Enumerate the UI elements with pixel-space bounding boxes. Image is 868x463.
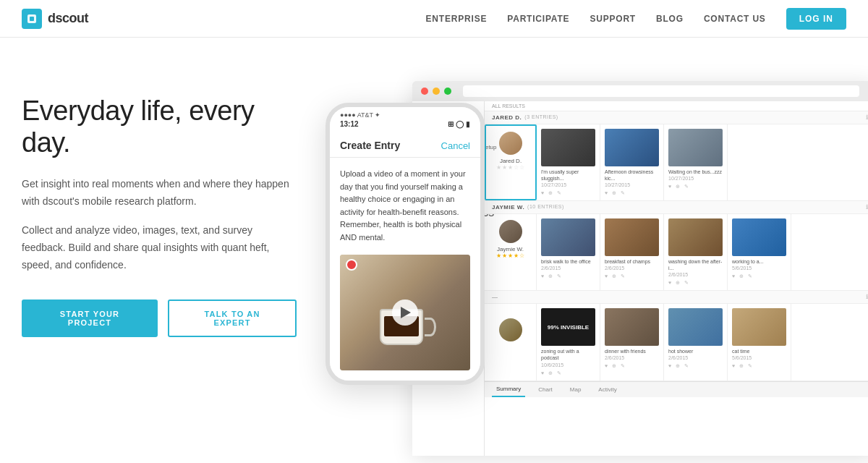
info-icon-3[interactable]: ℹ: [866, 294, 869, 300]
nav-enterprise[interactable]: ENTERPRISE: [426, 14, 488, 24]
close-dot[interactable]: [421, 88, 428, 95]
entry-date-3-3: 2/6/2015: [668, 355, 723, 360]
profile-card-2[interactable]: Jaymie W. ★★★★☆: [485, 214, 537, 290]
hero-headline: Everyday life, every day.: [22, 95, 297, 158]
entry-date-2-1: 2/6/2015: [541, 266, 595, 271]
phone-cancel-button[interactable]: Cancel: [441, 140, 470, 151]
person-header-2: Jaymie W.(10 ENTRIES)ℹ: [485, 201, 868, 214]
record-button[interactable]: [346, 259, 357, 271]
entry-actions-1-3: ♥⊕✎: [668, 184, 723, 190]
person-stars-2: ★★★★☆: [496, 252, 525, 259]
entries-grid: ALL RESULTS Jared D.(3 ENTRIES)ℹ Jared D…: [485, 101, 868, 456]
entry-3-4[interactable]: cat time 5/6/2015 ♥⊕✎: [728, 304, 791, 380]
phone-video[interactable]: [340, 255, 470, 370]
url-bar[interactable]: [463, 85, 859, 97]
svg-rect-1: [30, 17, 34, 21]
talk-expert-button[interactable]: TALK TO AN EXPERT: [168, 300, 297, 337]
person-section-1: Jared D.(3 ENTRIES)ℹ Jared D. ★★★☆☆: [485, 111, 868, 201]
hero-section: Everyday life, every day. Get insight in…: [0, 38, 868, 463]
person-name-2: Jaymie W.: [497, 246, 524, 252]
entry-caption-2-3: washing down the after-i...: [668, 258, 723, 271]
avatar-1: [499, 132, 522, 155]
entry-2-4[interactable]: working to a... 5/6/2015 ♥⊕✎: [728, 214, 791, 290]
bottom-bar: Summary Chart Map Activity: [485, 381, 868, 397]
mug-handle: [425, 318, 436, 336]
avatar-2: [499, 220, 522, 243]
titlebar: [412, 81, 868, 101]
maximize-dot[interactable]: [444, 88, 451, 95]
nav-blog[interactable]: BLOG: [656, 14, 684, 24]
phone-body: Upload a video of a moment in your day t…: [330, 158, 480, 381]
play-button[interactable]: [392, 300, 418, 326]
person-header-3: — ℹ: [485, 291, 868, 304]
phone-status: 13:12 ⊞ ◯ ▮: [330, 119, 480, 132]
entry-actions-1-2: ♥⊕✎: [605, 190, 659, 196]
entry-2-3[interactable]: washing down the after-i... 2/6/2015 ♥⊕✎: [664, 214, 728, 290]
entry-date-3-2: 2/6/2015: [605, 355, 659, 360]
entry-date-1-2: 10/27/2015: [605, 182, 659, 187]
entry-3-3[interactable]: hot shower 2/6/2015 ♥⊕✎: [664, 304, 728, 380]
entry-2-2[interactable]: breakfast of champs 2/6/2015 ♥⊕✎: [600, 214, 664, 290]
entry-image-3-1: 99% INVISIBLE: [541, 308, 595, 346]
entry-image-1-3: [668, 129, 723, 166]
profile-card-3[interactable]: [485, 304, 537, 380]
entry-date-2-2: 2/6/2015: [605, 266, 659, 271]
entry-2-1[interactable]: brisk walk to the office 2/6/2015 ♥⊕✎: [537, 214, 600, 290]
bottom-tab-activity[interactable]: Activity: [594, 382, 621, 397]
minimize-dot[interactable]: [433, 88, 440, 95]
entry-3-1[interactable]: 99% INVISIBLE zoning out with a podcast …: [537, 304, 600, 380]
start-project-button[interactable]: START YOUR PROJECT: [22, 300, 158, 337]
entry-image-2-1: [541, 218, 595, 256]
phone-notch: ●●●● AT&T ✦: [330, 107, 480, 119]
nav-participate[interactable]: PARTICIPATE: [507, 14, 569, 24]
entry-1-3[interactable]: Waiting on the bus...zzz 10/27/2015 ♥⊕✎: [664, 124, 728, 200]
entry-image-2-2: [605, 218, 659, 256]
bottom-tab-summary[interactable]: Summary: [492, 382, 525, 397]
person-section-3: — ℹ 99% INVISIBLE: [485, 291, 868, 381]
entry-caption-3-1: zoning out with a podcast: [541, 348, 595, 361]
entry-image-3-2: [605, 308, 659, 346]
entry-caption-2-2: breakfast of champs: [605, 258, 659, 265]
bottom-tab-map[interactable]: Map: [566, 382, 586, 397]
navbar: dscout ENTERPRISE PARTICIPATE SUPPORT BL…: [0, 0, 868, 38]
login-button[interactable]: LOG IN: [786, 8, 846, 30]
avatar-image-3: [499, 318, 522, 341]
info-icon[interactable]: ℹ: [866, 114, 869, 121]
profile-card-1[interactable]: Jared D. ★★★☆☆: [485, 124, 537, 200]
entry-date-1-1: 10/27/2015: [541, 182, 595, 187]
phone-header: Create Entry Cancel: [330, 132, 480, 158]
entry-3-2[interactable]: dinner with friends 2/6/2015 ♥⊕✎: [600, 304, 664, 380]
nav-links: ENTERPRISE PARTICIPATE SUPPORT BLOG CONT…: [426, 8, 846, 30]
entry-caption-3-2: dinner with friends: [605, 348, 659, 354]
entry-1-1[interactable]: I'm usually super sluggish... 10/27/2015…: [537, 124, 600, 200]
phone-time: 13:12: [340, 120, 359, 128]
person-3-entries: 99% INVISIBLE zoning out with a podcast …: [485, 304, 868, 380]
entry-image-1-2: [605, 129, 659, 166]
entry-image-3-4: [732, 308, 786, 346]
person-name-1: Jared D.: [500, 158, 522, 164]
logo[interactable]: dscout: [22, 9, 88, 29]
entry-caption-2-1: brisk walk to the office: [541, 258, 595, 265]
hero-description2: Collect and analyze video, images, text,…: [22, 222, 297, 273]
entry-caption-2-4: working to a...: [732, 258, 786, 265]
entry-1-2[interactable]: Afternoon drowsiness kic... 10/27/2015 ♥…: [600, 124, 664, 200]
hero-buttons: START YOUR PROJECT TALK TO AN EXPERT: [22, 300, 297, 337]
logo-icon: [22, 9, 42, 29]
info-icon-2[interactable]: ℹ: [866, 204, 869, 211]
person-1-entries: Jared D. ★★★☆☆ I'm usually super sluggis…: [485, 124, 868, 200]
phone-screen-title: Create Entry: [340, 140, 400, 151]
entry-date-1-3: 10/27/2015: [668, 176, 723, 181]
entry-caption-3-4: cat time: [732, 348, 786, 354]
person-section-2: Jaymie W.(10 ENTRIES)ℹ Jaymie W. ★★★★☆: [485, 201, 868, 291]
entry-image-2-4: [732, 218, 786, 256]
phone-prompt: Upload a video of a moment in your day t…: [340, 168, 470, 245]
nav-contact[interactable]: CONTACT US: [704, 14, 766, 24]
bottom-tab-chart[interactable]: Chart: [534, 382, 557, 397]
person-header-1: Jared D.(3 ENTRIES)ℹ: [485, 111, 868, 124]
results-label: ALL RESULTS: [485, 101, 868, 111]
entry-date-3-4: 5/6/2015: [732, 355, 786, 360]
person-stars-1: ★★★☆☆: [496, 164, 525, 171]
nav-support[interactable]: SUPPORT: [590, 14, 636, 24]
person-2-entries: Jaymie W. ★★★★☆ brisk walk to the office…: [485, 214, 868, 290]
hero-visuals: Dscout General ▾ Energy Ups & Downs ▾ En…: [326, 81, 846, 457]
